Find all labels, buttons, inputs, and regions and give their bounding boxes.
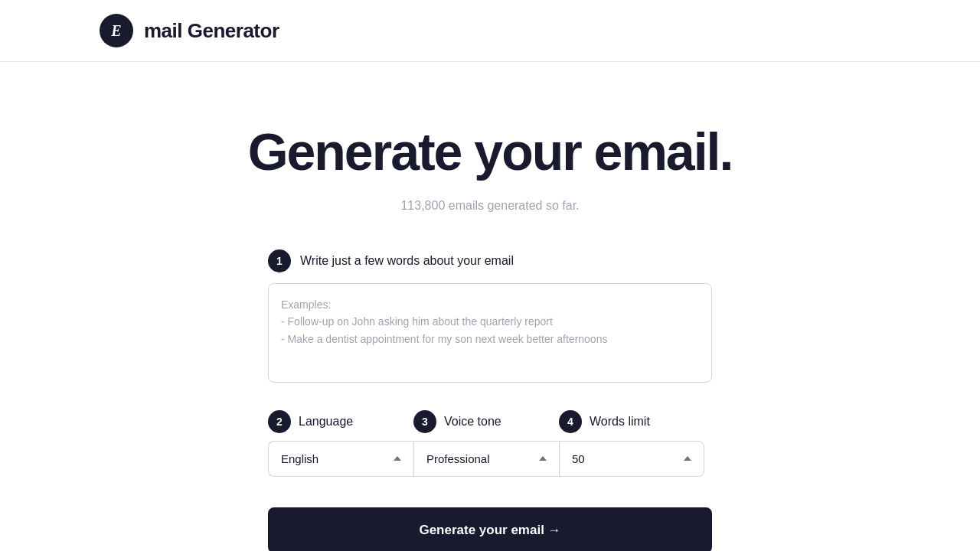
options-row: 2 Language English 3 Voice tone Pro [268, 410, 712, 477]
step1-header: 1 Write just a few words about your emai… [268, 249, 712, 272]
app-header: E mail Generator [0, 0, 980, 62]
app-logo: E [100, 14, 133, 47]
step1-badge: 1 [268, 249, 291, 272]
voice-tone-select[interactable]: Professional [413, 441, 559, 477]
step1-number: 1 [276, 255, 283, 267]
hero-title: Generate your email. [248, 123, 733, 181]
step3-number: 3 [422, 416, 428, 428]
step3-header: 3 Voice tone [413, 410, 559, 433]
step3-badge: 3 [413, 410, 436, 433]
step3-label: Voice tone [444, 415, 501, 429]
app-title: mail Generator [144, 19, 279, 43]
language-group: 2 Language English [268, 410, 413, 477]
step4-label: Words limit [590, 415, 650, 429]
language-chevron-icon [394, 456, 401, 461]
step2-badge: 2 [268, 410, 291, 433]
step2-header: 2 Language [268, 410, 413, 433]
words-limit-select[interactable]: 50 [559, 441, 704, 477]
language-select[interactable]: English [268, 441, 413, 477]
voice-tone-group: 3 Voice tone Professional [413, 410, 559, 477]
words-limit-value: 50 [572, 452, 585, 465]
step4-header: 4 Words limit [559, 410, 704, 433]
voice-tone-chevron-icon [539, 456, 547, 461]
step1-label: Write just a few words about your email [300, 254, 514, 268]
logo-letter: E [111, 22, 121, 40]
email-form: 1 Write just a few words about your emai… [268, 249, 712, 551]
email-description-input[interactable] [268, 283, 712, 383]
words-limit-chevron-icon [684, 456, 691, 461]
words-limit-group: 4 Words limit 50 [559, 410, 704, 477]
main-content: Generate your email. 113,800 emails gene… [0, 62, 980, 551]
step4-number: 4 [567, 416, 573, 428]
generate-button[interactable]: Generate your email → [268, 507, 712, 551]
voice-tone-value: Professional [426, 452, 490, 465]
step2-label: Language [299, 415, 353, 429]
step2-number: 2 [276, 416, 283, 428]
emails-count-subtitle: 113,800 emails generated so far. [400, 199, 579, 213]
step4-badge: 4 [559, 410, 582, 433]
language-value: English [281, 452, 318, 465]
